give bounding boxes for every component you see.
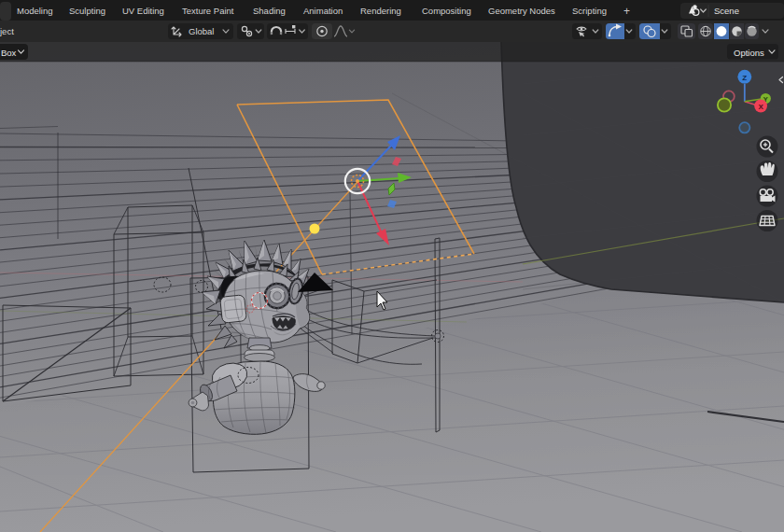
svg-text:Box: Box <box>1 48 17 58</box>
svg-text:Scene: Scene <box>714 6 739 16</box>
svg-text:+: + <box>623 5 630 18</box>
svg-text:Global: Global <box>189 26 214 36</box>
svg-text:Animation: Animation <box>303 6 343 16</box>
svg-text:X: X <box>758 103 763 111</box>
svg-text:Modeling: Modeling <box>17 6 53 16</box>
svg-text:Rendering: Rendering <box>360 6 401 16</box>
svg-text:Z: Z <box>742 74 747 82</box>
svg-text:Sculpting: Sculpting <box>69 6 105 16</box>
svg-text:UV Editing: UV Editing <box>122 6 164 16</box>
svg-text:ject: ject <box>0 26 14 36</box>
svg-text:Geometry Nodes: Geometry Nodes <box>488 6 555 16</box>
svg-text:Options: Options <box>734 48 764 58</box>
svg-text:Scripting: Scripting <box>572 6 607 16</box>
svg-text:Shading: Shading <box>253 6 286 16</box>
svg-text:Compositing: Compositing <box>422 6 471 16</box>
svg-text:Texture Paint: Texture Paint <box>182 6 234 16</box>
